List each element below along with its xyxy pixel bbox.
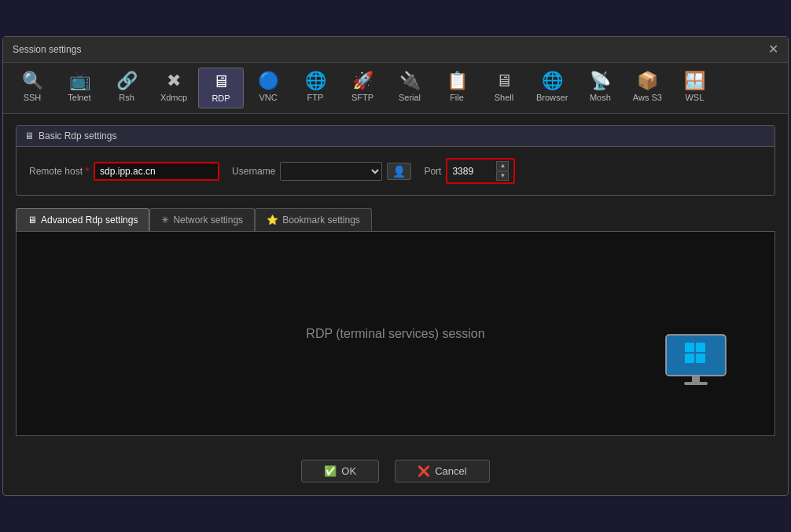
protocol-btn-xdmcp[interactable]: ✖Xdmcp xyxy=(151,68,197,108)
proto-label-sftp: SFTP xyxy=(351,93,373,102)
remote-host-input[interactable] xyxy=(94,162,219,181)
cancel-label: Cancel xyxy=(435,465,466,477)
port-decrement-button[interactable]: ▼ xyxy=(496,171,509,181)
wsl-icon: 🪟 xyxy=(684,72,705,90)
port-field-group: Port ▲ ▼ xyxy=(424,158,515,184)
tab-label-bookmark: Bookmark settings xyxy=(282,215,360,226)
protocol-btn-rsh[interactable]: 🔗Rsh xyxy=(104,68,149,108)
xdmcp-icon: ✖ xyxy=(167,72,181,90)
proto-label-ssh: SSH xyxy=(24,93,42,102)
proto-label-wsl: WSL xyxy=(685,93,704,102)
port-spinner: ▲ ▼ xyxy=(496,161,509,181)
svg-rect-2 xyxy=(696,343,705,352)
proto-label-shell: Shell xyxy=(495,93,513,102)
tab-network[interactable]: ✳Network settings xyxy=(149,208,255,231)
rdp-monitor-icon xyxy=(664,333,727,388)
serial-icon: 🔌 xyxy=(399,72,421,90)
basic-rdp-panel: 🖥 Basic Rdp settings Remote host * Usern… xyxy=(16,125,775,196)
close-button[interactable]: ✕ xyxy=(768,43,778,56)
svg-rect-1 xyxy=(685,343,694,352)
tab-advanced[interactable]: 🖥Advanced Rdp settings xyxy=(16,208,149,231)
sftp-icon: 🚀 xyxy=(352,72,373,90)
dialog-footer: ✅ OK ❌ Cancel xyxy=(3,447,788,495)
rsh-icon: 🔗 xyxy=(116,72,138,90)
file-icon: 📋 xyxy=(447,72,468,90)
tab-bookmark[interactable]: ⭐Bookmark settings xyxy=(255,208,372,231)
proto-label-vnc: VNC xyxy=(259,93,277,102)
protocol-btn-browser[interactable]: 🌐Browser xyxy=(528,68,576,108)
svg-rect-4 xyxy=(696,354,705,363)
remote-host-field-group: Remote host * xyxy=(29,162,219,181)
rdp-session-text: RDP (terminal services) session xyxy=(306,327,484,341)
cancel-icon: ❌ xyxy=(418,465,430,477)
tab-icon-advanced: 🖥 xyxy=(28,215,37,226)
vnc-icon: 🔵 xyxy=(258,72,279,90)
username-label: Username xyxy=(232,166,275,177)
protocol-btn-vnc[interactable]: 🔵VNC xyxy=(245,68,291,108)
protocol-btn-ssh[interactable]: 🔍SSH xyxy=(9,68,55,108)
proto-label-awss3: Aws S3 xyxy=(633,93,662,102)
protocol-btn-ftp[interactable]: 🌐FTP xyxy=(292,68,338,108)
ssh-icon: 🔍 xyxy=(22,72,43,90)
ok-icon: ✅ xyxy=(324,465,337,477)
proto-label-file: File xyxy=(450,93,464,102)
protocol-btn-wsl[interactable]: 🪟WSL xyxy=(671,68,717,108)
tabs-bar: 🖥Advanced Rdp settings✳Network settings⭐… xyxy=(16,208,775,232)
port-input-group: ▲ ▼ xyxy=(446,158,515,184)
proto-label-browser: Browser xyxy=(536,93,568,102)
protocol-btn-awss3[interactable]: 📦Aws S3 xyxy=(624,68,670,108)
port-label: Port xyxy=(424,166,441,177)
protocol-btn-mosh[interactable]: 📡Mosh xyxy=(577,68,623,108)
port-increment-button[interactable]: ▲ xyxy=(496,161,509,171)
proto-label-mosh: Mosh xyxy=(590,93,611,102)
ok-label: OK xyxy=(341,465,356,477)
proto-label-rdp: RDP xyxy=(212,94,230,103)
shell-icon: 🖥 xyxy=(495,72,513,90)
proto-label-serial: Serial xyxy=(399,93,421,102)
svg-rect-3 xyxy=(685,354,694,363)
remote-host-label: Remote host * xyxy=(29,166,89,177)
awss3-icon: 📦 xyxy=(637,72,658,90)
protocol-btn-sftp[interactable]: 🚀SFTP xyxy=(340,68,385,108)
tab-content-area: RDP (terminal services) session xyxy=(16,232,775,436)
protocol-btn-telnet[interactable]: 📺Telnet xyxy=(57,68,102,108)
protocol-btn-serial[interactable]: 🔌Serial xyxy=(387,68,432,108)
rdp-icon: 🖥 xyxy=(212,73,230,90)
manage-users-button[interactable]: 👤 xyxy=(387,163,411,180)
basic-rdp-header-label: Basic Rdp settings xyxy=(39,130,116,141)
username-field-group: Username 👤 xyxy=(232,162,411,181)
username-select[interactable] xyxy=(280,162,382,181)
dialog-title: Session settings xyxy=(13,44,81,55)
port-input[interactable] xyxy=(452,166,491,177)
proto-label-ftp: FTP xyxy=(307,93,324,102)
tab-icon-bookmark: ⭐ xyxy=(267,215,278,226)
svg-rect-5 xyxy=(692,376,700,382)
cancel-button[interactable]: ❌ Cancel xyxy=(395,460,489,482)
tab-icon-network: ✳ xyxy=(161,215,169,226)
ok-button[interactable]: ✅ OK xyxy=(301,460,379,482)
protocol-btn-file[interactable]: 📋File xyxy=(434,68,480,108)
title-bar: Session settings ✕ xyxy=(3,37,788,63)
basic-rdp-panel-body: Remote host * Username 👤 Port ▲ xyxy=(17,147,774,195)
mosh-icon: 📡 xyxy=(590,72,611,90)
svg-rect-6 xyxy=(684,382,708,385)
proto-label-telnet: Telnet xyxy=(68,93,90,102)
tab-label-advanced: Advanced Rdp settings xyxy=(41,215,138,226)
protocol-btn-shell[interactable]: 🖥Shell xyxy=(481,68,527,108)
basic-rdp-panel-header: 🖥 Basic Rdp settings xyxy=(17,126,774,147)
protocol-toolbar: 🔍SSH📺Telnet🔗Rsh✖Xdmcp🖥RDP🔵VNC🌐FTP🚀SFTP🔌S… xyxy=(3,63,788,114)
protocol-btn-rdp[interactable]: 🖥RDP xyxy=(198,68,244,108)
proto-label-rsh: Rsh xyxy=(119,93,134,102)
ftp-icon: 🌐 xyxy=(305,72,326,90)
telnet-icon: 📺 xyxy=(69,72,90,90)
browser-icon: 🌐 xyxy=(542,72,563,90)
proto-label-xdmcp: Xdmcp xyxy=(160,93,187,102)
content-area: 🖥 Basic Rdp settings Remote host * Usern… xyxy=(3,114,788,447)
rdp-header-icon: 🖥 xyxy=(24,130,34,141)
session-settings-dialog: Session settings ✕ 🔍SSH📺Telnet🔗Rsh✖Xdmcp… xyxy=(2,36,789,496)
tab-label-network: Network settings xyxy=(173,215,243,226)
